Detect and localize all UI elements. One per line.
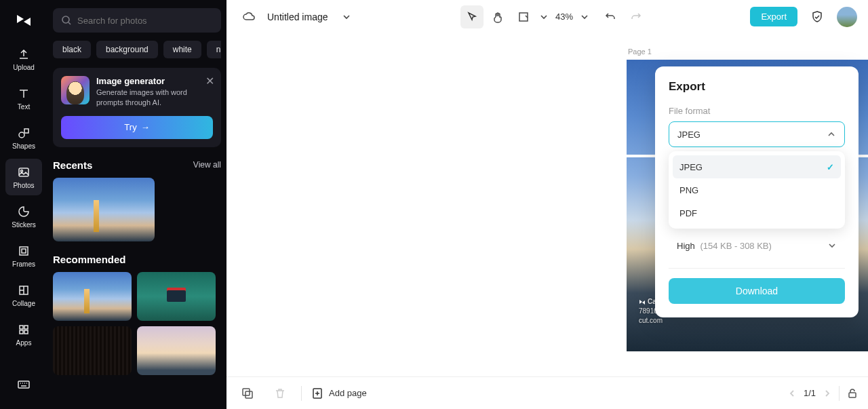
hand-tool[interactable]	[486, 5, 509, 28]
download-button[interactable]: Download	[669, 278, 845, 304]
rail-item-collage[interactable]: Collage	[5, 277, 42, 313]
export-button[interactable]: Export	[750, 7, 797, 26]
svg-rect-13	[243, 389, 250, 395]
tag-more[interactable]: n	[207, 41, 221, 58]
promo-subtitle: Generate images with word prompts throug…	[96, 87, 213, 108]
trash-icon[interactable]	[269, 382, 292, 405]
topbar: Untitled image 43% Export	[226, 0, 868, 34]
svg-rect-1	[19, 168, 28, 176]
svg-rect-10	[18, 381, 29, 388]
quality-size: (154 KB - 308 KB)	[700, 241, 772, 251]
cloud-sync-icon[interactable]	[237, 5, 260, 28]
rail-item-stickers[interactable]: Stickers	[5, 198, 42, 235]
svg-rect-14	[245, 391, 252, 398]
recommended-thumb[interactable]	[137, 272, 216, 321]
popover-title: Export	[669, 80, 845, 94]
view-all-link[interactable]: View all	[193, 160, 221, 170]
document-title[interactable]: Untitled image	[267, 12, 328, 22]
collage-icon	[17, 284, 31, 297]
tag-white[interactable]: white	[163, 41, 201, 58]
next-page-icon[interactable]	[823, 389, 832, 398]
promo-title: Image generator	[96, 76, 213, 86]
recent-thumb[interactable]	[53, 178, 155, 241]
rail-item-frames[interactable]: Frames	[5, 237, 42, 274]
rail-item-upload[interactable]: Upload	[5, 41, 42, 77]
tag-black[interactable]: black	[53, 41, 91, 58]
crop-tool[interactable]	[512, 5, 535, 28]
shield-icon[interactable]	[806, 5, 829, 28]
apps-icon	[17, 323, 31, 336]
svg-point-11	[62, 16, 69, 23]
rail-item-text[interactable]: Text	[5, 80, 42, 117]
check-icon: ✓	[827, 162, 834, 172]
rail-label: Collage	[12, 300, 35, 307]
title-chevron-down-icon[interactable]	[335, 5, 358, 28]
layers-icon[interactable]	[236, 382, 259, 405]
app-logo[interactable]	[12, 8, 36, 33]
lock-icon[interactable]	[846, 387, 859, 400]
rail-label: Apps	[16, 339, 32, 347]
close-icon[interactable]: ✕	[205, 75, 214, 87]
rail-label: Photos	[13, 182, 34, 189]
format-option-png[interactable]: PNG	[673, 178, 841, 201]
page-counter: 1/1	[804, 388, 816, 398]
search-input[interactable]	[77, 16, 213, 26]
arrow-right-icon: →	[141, 122, 150, 132]
search-box[interactable]	[53, 8, 221, 33]
canvas[interactable]: Page 1 CapCut 78910 cut.com Export File …	[226, 34, 868, 376]
prev-page-icon[interactable]	[787, 389, 797, 398]
svg-rect-3	[20, 247, 28, 255]
promo-avatar	[61, 76, 90, 104]
upload-icon	[17, 47, 31, 61]
nav-rail: Upload Text Shapes Photos Stickers Frame…	[0, 0, 47, 409]
user-avatar[interactable]	[837, 7, 857, 27]
zoom-chevron-down-icon[interactable]	[578, 5, 591, 28]
recents-heading: Recents	[53, 159, 92, 171]
photos-icon	[17, 165, 31, 179]
quality-label: High	[677, 241, 695, 251]
promo-try-button[interactable]: Try →	[61, 116, 213, 139]
quality-select[interactable]: High (154 KB - 308 KB)	[669, 233, 845, 258]
text-icon	[17, 87, 31, 100]
file-format-select[interactable]: JPEG	[669, 121, 845, 147]
redo-button[interactable]	[625, 5, 648, 28]
search-icon	[61, 15, 72, 26]
chevron-down-icon	[827, 241, 837, 250]
bottombar: Add page 1/1	[226, 376, 868, 409]
recommended-thumb[interactable]	[137, 326, 216, 375]
frames-icon	[17, 244, 31, 258]
rail-item-keyboard[interactable]	[5, 367, 42, 404]
svg-point-0	[19, 132, 24, 138]
cursor-tool[interactable]	[460, 5, 484, 28]
zoom-value[interactable]: 43%	[553, 12, 576, 22]
recommended-heading: Recommended	[53, 254, 126, 265]
add-page-label: Add page	[329, 388, 367, 398]
crop-chevron-down-icon[interactable]	[538, 5, 550, 28]
svg-rect-4	[22, 249, 26, 253]
recommended-thumb[interactable]	[53, 272, 132, 321]
format-option-jpeg[interactable]: JPEG ✓	[673, 155, 841, 178]
svg-rect-9	[24, 330, 28, 334]
rail-item-shapes[interactable]: Shapes	[5, 119, 42, 156]
add-page-button[interactable]: Add page	[311, 387, 367, 400]
recommended-thumb[interactable]	[53, 326, 132, 375]
rail-item-apps[interactable]: Apps	[5, 316, 42, 353]
file-format-label: File format	[669, 106, 845, 116]
rail-label: Shapes	[12, 142, 35, 150]
svg-rect-7	[24, 326, 28, 329]
export-popover: Export File format JPEG JPEG ✓ PNG PDF	[655, 66, 859, 317]
rail-item-photos[interactable]: Photos	[5, 159, 42, 195]
tag-background[interactable]: background	[96, 41, 158, 58]
svg-rect-16	[849, 393, 856, 397]
rail-label: Text	[18, 103, 30, 111]
format-dropdown: JPEG ✓ PNG PDF	[669, 151, 845, 229]
undo-button[interactable]	[599, 5, 622, 28]
rail-label: Stickers	[12, 221, 36, 229]
format-option-pdf[interactable]: PDF	[673, 201, 841, 225]
rail-label: Upload	[13, 64, 35, 71]
chevron-up-icon	[827, 130, 836, 139]
shapes-icon	[17, 126, 31, 140]
rail-label: Frames	[12, 260, 35, 268]
add-page-icon	[311, 387, 323, 400]
stickers-icon	[17, 205, 31, 218]
